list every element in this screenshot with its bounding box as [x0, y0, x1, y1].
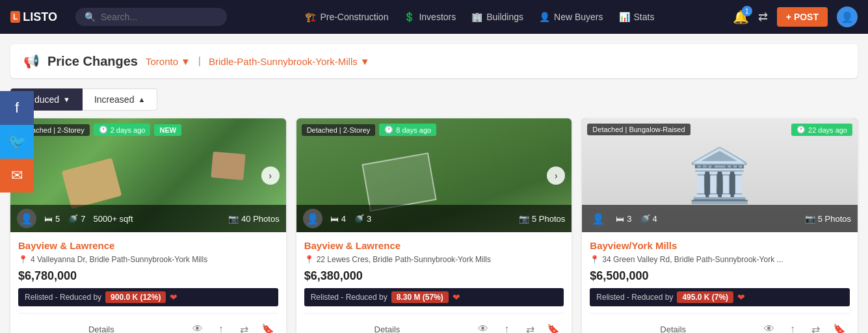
card-image-1: Detached | 2-Storey 🕐 2 days ago NEW › 👤… — [10, 118, 286, 232]
compare-button-3[interactable]: ⇄ — [806, 319, 826, 333]
separator: | — [198, 55, 201, 67]
clock-icon: 🕐 — [99, 126, 108, 134]
details-button-2[interactable]: Details — [304, 322, 471, 334]
beds-stat: 🛏 5 — [44, 214, 60, 224]
compare-button-2[interactable]: ⇄ — [519, 319, 540, 333]
photos-stat-2: 📷 5 Photos — [519, 214, 565, 224]
price-changes-title: Price Changes — [47, 54, 138, 69]
house-sketch-icon: 🏛️ — [687, 150, 752, 202]
beds-stat-2: 🛏 4 — [330, 214, 346, 224]
card-image-2: Detached | 2-Storey 🕐 8 days ago › 👤 🛏 4… — [296, 118, 572, 232]
bath-icon: 🚿 — [68, 214, 78, 224]
new-tag: NEW — [154, 124, 181, 136]
logo-icon: L — [10, 11, 20, 23]
details-button-3[interactable]: Details — [590, 322, 756, 334]
property-type-tag-3: Detached | Bungalow-Raised — [587, 124, 690, 135]
search-bar[interactable]: 🔍 — [75, 8, 227, 26]
post-button[interactable]: + POST — [777, 7, 828, 27]
eye-button-2[interactable]: 👁 — [473, 319, 493, 333]
facebook-icon: f — [15, 100, 19, 116]
investors-icon: 💲 — [404, 12, 415, 22]
photos-stat-3: 📷 5 Photos — [805, 214, 851, 224]
megaphone-icon: 📢 — [23, 53, 40, 69]
email-button[interactable]: ✉ — [0, 159, 34, 193]
search-input[interactable] — [101, 12, 218, 22]
property-type-tag-2: Detached | 2-Storey — [302, 124, 376, 136]
card-location-3[interactable]: Bayview/York Mills — [590, 240, 850, 251]
time-tag-2: 🕐 8 days ago — [379, 124, 436, 136]
listing-card-2: Detached | 2-Storey 🕐 8 days ago › 👤 🛏 4… — [296, 118, 572, 333]
transfer-icon[interactable]: ⇄ — [758, 10, 768, 24]
pin-icon-2: 📍 — [304, 255, 314, 264]
card-location-2[interactable]: Bayview & Lawrence — [304, 240, 564, 251]
heart-icon: ❤ — [170, 292, 178, 302]
bookmark-button-3[interactable]: 🔖 — [829, 319, 850, 333]
twitter-button[interactable]: 🐦 — [0, 125, 34, 159]
card-body-1: Bayview & Lawrence 📍 4 Valleyanna Dr, Br… — [10, 232, 286, 333]
clock-icon-2: 🕐 — [384, 126, 393, 134]
card-stats-3: 👤 🛏 3 🚿 4 📷 5 Photos — [582, 205, 858, 232]
time-tag: 🕐 2 days ago — [94, 124, 151, 136]
listing-card-3: 🏛️ Detached | Bungalow-Raised 🕐 22 days … — [582, 118, 858, 333]
notification-badge: 1 — [742, 6, 752, 16]
share-button-1[interactable]: ↑ — [211, 319, 231, 333]
nav-buildings[interactable]: 🏢 Buildings — [471, 12, 523, 22]
compare-button-1[interactable]: ⇄ — [234, 319, 255, 333]
eye-button-1[interactable]: 👁 — [187, 319, 208, 333]
nav-stats[interactable]: 📊 Stats — [619, 12, 655, 22]
card-tags-1: Detached | 2-Storey 🕐 2 days ago NEW — [16, 124, 181, 136]
nav-new-buyers[interactable]: 👤 New Buyers — [539, 12, 603, 22]
chevron-down-icon: ▼ — [181, 56, 191, 67]
details-button-1[interactable]: Details — [18, 322, 185, 334]
card-tags-2: Detached | 2-Storey 🕐 8 days ago — [302, 124, 436, 136]
increased-arrow-icon: ▲ — [138, 96, 145, 103]
card-actions-2: Details 👁 ↑ ⇄ 🔖 — [304, 313, 564, 333]
bookmark-button-1[interactable]: 🔖 — [257, 319, 278, 333]
pin-icon: 📍 — [18, 255, 28, 264]
card-address-3: 📍 34 Green Valley Rd, Bridle Path-Sunnyb… — [590, 255, 850, 264]
navbar: L LISTO 🔍 🏗️ Pre-Construction 💲 Investor… — [0, 0, 868, 34]
email-icon: ✉ — [11, 167, 23, 184]
card-actions-3: Details 👁 ↑ ⇄ 🔖 — [590, 313, 850, 333]
notification-bell[interactable]: 🔔 1 — [733, 9, 749, 25]
location-toronto[interactable]: Toronto ▼ — [146, 56, 191, 67]
nav-pre-construction[interactable]: 🏗️ Pre-Construction — [305, 12, 388, 22]
card-price-3: $6,500,000 — [590, 269, 850, 283]
nav-links: 🏗️ Pre-Construction 💲 Investors 🏢 Buildi… — [240, 12, 720, 22]
card-image-3: 🏛️ Detached | Bungalow-Raised 🕐 22 days … — [582, 118, 858, 232]
camera-icon: 📷 — [228, 214, 239, 224]
agent-avatar-3: 👤 — [588, 209, 608, 228]
avatar[interactable]: 👤 — [837, 7, 858, 27]
cards-grid: Detached | 2-Storey 🕐 2 days ago NEW › 👤… — [10, 118, 858, 333]
twitter-icon: 🐦 — [8, 133, 26, 150]
next-photo-arrow-2[interactable]: › — [547, 166, 565, 185]
pin-icon-3: 📍 — [590, 255, 599, 264]
bed-icon: 🛏 — [44, 214, 53, 224]
filter-tab-increased[interactable]: Increased ▲ — [83, 88, 157, 111]
new-buyers-icon: 👤 — [539, 12, 550, 22]
beds-stat-3: 🛏 3 — [616, 214, 631, 224]
price-badge-1: Relisted - Reduced by 900.0 K (12%) ❤ — [18, 288, 278, 306]
baths-stat: 🚿 7 — [68, 214, 85, 224]
share-button-3[interactable]: ↑ — [782, 319, 803, 333]
card-address-1: 📍 4 Valleyanna Dr, Bridle Path-Sunnybroo… — [18, 255, 278, 264]
bath-icon-3: 🚿 — [640, 214, 650, 224]
stats-icon: 📊 — [619, 12, 630, 22]
share-button-2[interactable]: ↑ — [496, 319, 517, 333]
location-sublocation[interactable]: Bridle-Path-Sunnybrook-York-Mills ▼ — [209, 56, 370, 67]
baths-stat-3: 🚿 4 — [640, 214, 657, 224]
heart-icon-3: ❤ — [737, 292, 745, 302]
bookmark-button-2[interactable]: 🔖 — [543, 319, 564, 333]
filter-bar: Reduced ▼ Increased ▲ — [10, 88, 858, 111]
next-photo-arrow[interactable]: › — [261, 166, 280, 185]
card-stats-1: 👤 🛏 5 🚿 7 5000+ sqft 📷 40 Photos — [10, 205, 286, 232]
facebook-button[interactable]: f — [0, 91, 34, 125]
logo[interactable]: L LISTO — [10, 10, 62, 24]
nav-investors[interactable]: 💲 Investors — [404, 12, 456, 22]
clock-icon-3: 🕐 — [796, 126, 806, 134]
chevron-down-icon-2: ▼ — [360, 56, 370, 67]
eye-button-3[interactable]: 👁 — [759, 319, 780, 333]
sqft-stat: 5000+ sqft — [93, 214, 133, 224]
card-location-1[interactable]: Bayview & Lawrence — [18, 240, 278, 251]
baths-stat-2: 🚿 3 — [354, 214, 371, 224]
